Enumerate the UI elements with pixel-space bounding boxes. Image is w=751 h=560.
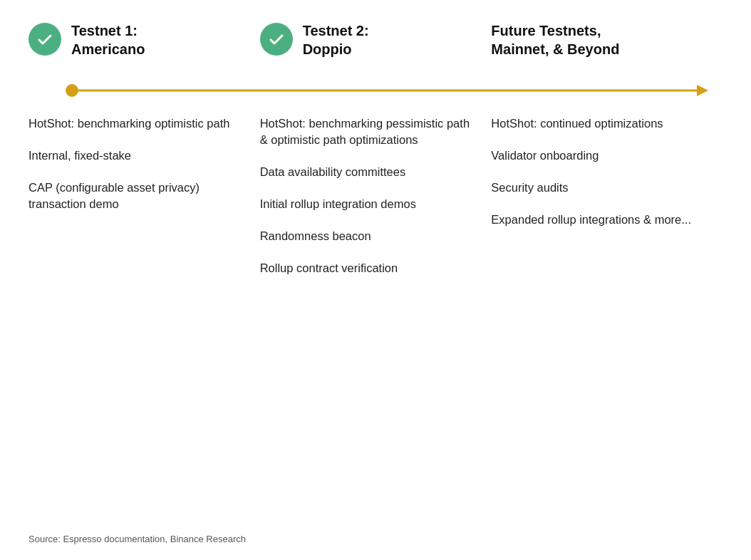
check-icon-testnet1 (29, 23, 61, 56)
content-item: Security audits (491, 180, 708, 196)
header-row: Testnet 1:Americano Testnet 2:Doppio Fut… (29, 21, 722, 58)
timeline (29, 80, 722, 101)
phase-header-testnet2: Testnet 2:Doppio (260, 21, 492, 58)
content-item: HotShot: continued optimizations (491, 115, 708, 132)
timeline-arrow (697, 85, 708, 96)
content-item: CAP (configurable asset privacy) transac… (29, 180, 246, 212)
content-col-testnet1: HotShot: benchmarking optimistic path In… (29, 115, 260, 293)
content-item: Internal, fixed-stake (29, 147, 246, 164)
content-item: HotShot: benchmarking pessimistic path &… (260, 115, 477, 148)
check-icon-testnet2 (260, 23, 293, 56)
content-item: Initial rollup integration demos (260, 196, 477, 212)
content-row: HotShot: benchmarking optimistic path In… (29, 115, 722, 293)
content-item: HotShot: benchmarking optimistic path (29, 115, 246, 132)
content-col-testnet2: HotShot: benchmarking pessimistic path &… (260, 115, 492, 293)
phase-title-future: Future Testnets,Mainnet, & Beyond (491, 21, 722, 58)
content-col-future: HotShot: continued optimizations Validat… (491, 115, 722, 293)
source-text: Source: Espresso documentation, Binance … (29, 534, 246, 544)
content-item: Rollup contract verification (260, 260, 477, 276)
phase-header-testnet1: Testnet 1:Americano (29, 21, 260, 58)
phase-title-testnet2: Testnet 2:Doppio (303, 21, 369, 58)
phase-title-testnet1: Testnet 1:Americano (71, 21, 145, 58)
phase-header-future: Future Testnets,Mainnet, & Beyond (491, 21, 722, 58)
content-item-randomness-beacon: Randomness beacon (260, 228, 477, 244)
content-item: Expanded rollup integrations & more... (491, 212, 708, 228)
timeline-line (71, 90, 701, 92)
content-item: Validator onboarding (491, 147, 708, 164)
content-item: Data availability committees (260, 164, 477, 180)
page-container: Testnet 1:Americano Testnet 2:Doppio Fut… (0, 0, 751, 560)
